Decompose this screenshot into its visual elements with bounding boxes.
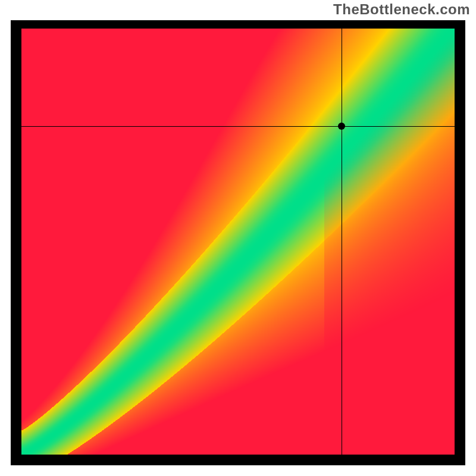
plot-frame (11, 20, 465, 465)
chart-stage: TheBottleneck.com (0, 0, 476, 476)
watermark-text: TheBottleneck.com (333, 1, 470, 18)
heatmap-canvas (21, 29, 455, 455)
plot-area (21, 29, 455, 455)
